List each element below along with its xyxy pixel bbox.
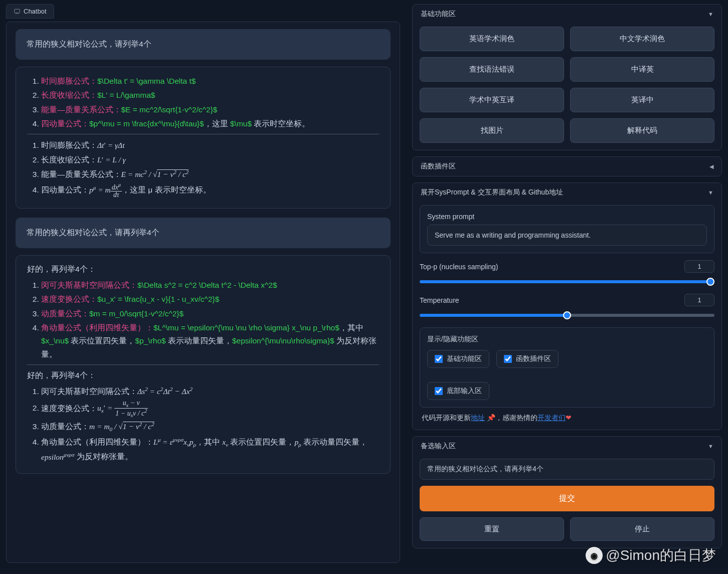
pin-icon: 📌	[487, 414, 495, 422]
visibility-title: 显示/隐藏功能区	[427, 335, 707, 344]
basic-action-button[interactable]: 中文学术润色	[570, 27, 714, 51]
alt-input-field[interactable]	[420, 459, 714, 480]
chevron-down-icon: ▼	[708, 189, 713, 196]
basic-action-button[interactable]: 查找语法错误	[420, 57, 564, 82]
chat-icon	[14, 8, 21, 15]
basic-action-button[interactable]: 英译中	[570, 88, 714, 112]
topp-number-input[interactable]	[684, 260, 714, 273]
topp-label: Top-p (nucleus sampling)	[420, 263, 498, 271]
checkbox-input[interactable]	[504, 355, 512, 363]
bot-message: 时间膨胀公式：$\Delta t' = \gamma \Delta t$ 长度收…	[16, 67, 391, 209]
visibility-checkbox[interactable]: 底部输入区	[427, 382, 489, 400]
plugin-panel-header[interactable]: 函数插件区 ◀	[413, 157, 721, 176]
basic-panel: 基础功能区 ▼ 英语学术润色中文学术润色查找语法错误中译英学术中英互译英译中找图…	[412, 4, 722, 150]
devs-link[interactable]: 开发者们	[537, 414, 566, 422]
advanced-panel-header[interactable]: 展开SysPrompt & 交互界面布局 & Github地址 ▼	[413, 183, 721, 202]
chevron-left-icon: ◀	[709, 163, 713, 170]
svg-rect-0	[15, 9, 20, 13]
credit-line: 代码开源和更新地址 📌，感谢热情的开发者们❤	[420, 413, 714, 423]
heart-icon: ❤	[566, 414, 572, 422]
chat-area: 常用的狭义相对论公式，请列举4个 时间膨胀公式：$\Delta t' = \ga…	[6, 22, 400, 563]
plugin-panel: 函数插件区 ◀	[412, 156, 722, 176]
temp-number-input[interactable]	[684, 294, 714, 306]
basic-action-button[interactable]: 学术中英互译	[420, 88, 564, 112]
basic-action-button[interactable]: 中译英	[570, 57, 714, 82]
stop-button[interactable]: 停止	[570, 517, 714, 541]
temp-label: Temperature	[420, 296, 459, 304]
visibility-checkbox[interactable]: 函数插件区	[496, 350, 559, 368]
repo-link[interactable]: 地址	[471, 414, 485, 422]
basic-panel-header[interactable]: 基础功能区 ▼	[413, 5, 721, 24]
visibility-checkbox[interactable]: 基础功能区	[427, 350, 489, 368]
advanced-panel: 展开SysPrompt & 交互界面布局 & Github地址 ▼ System…	[412, 182, 722, 430]
reset-button[interactable]: 重置	[420, 517, 564, 541]
user-message: 常用的狭义相对论公式，请列举4个	[16, 29, 391, 60]
basic-action-button[interactable]: 解释代码	[570, 118, 714, 143]
bot-message: 好的，再列举4个： 闵可夫斯基时空间隔公式：$\Delta s^2 = c^2 …	[16, 255, 391, 473]
basic-action-button[interactable]: 找图片	[420, 118, 564, 143]
submit-button[interactable]: 提交	[420, 486, 714, 511]
input-panel-header[interactable]: 备选输入区 ▼	[413, 437, 721, 456]
input-panel: 备选输入区 ▼ 提交 重置 停止	[412, 436, 722, 548]
chevron-down-icon: ▼	[708, 11, 713, 17]
chatbot-tab-label: Chatbot	[24, 8, 47, 15]
checkbox-input[interactable]	[435, 355, 443, 363]
sysprompt-label: System prompt	[427, 213, 707, 221]
sysprompt-input[interactable]	[427, 225, 707, 246]
temp-slider[interactable]	[420, 314, 714, 317]
user-message: 常用的狭义相对论公式，请再列举4个	[16, 218, 391, 248]
topp-slider[interactable]	[420, 280, 714, 283]
basic-action-button[interactable]: 英语学术润色	[420, 27, 564, 51]
chevron-down-icon: ▼	[708, 443, 713, 449]
chatbot-tab[interactable]: Chatbot	[6, 4, 54, 19]
checkbox-input[interactable]	[435, 387, 443, 395]
